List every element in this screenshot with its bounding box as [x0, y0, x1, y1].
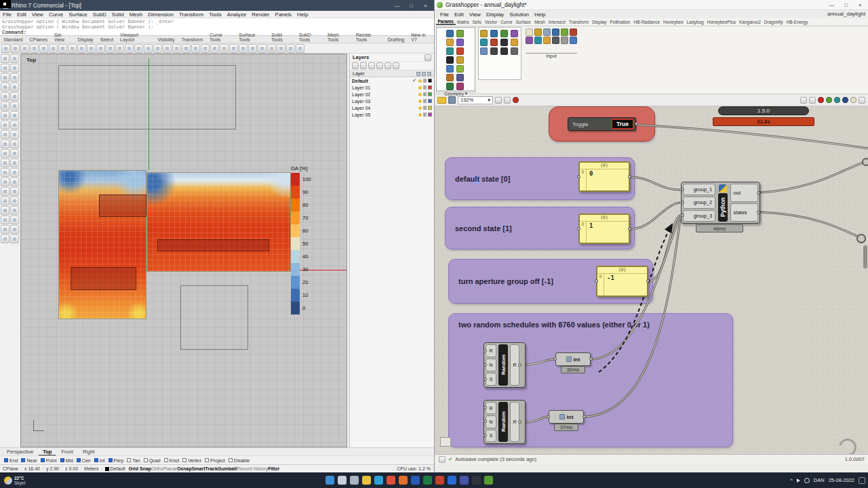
param-component-icon[interactable] [446, 30, 454, 37]
data-panel-aperture-off[interactable]: {0} 0-1 [596, 266, 648, 297]
toolbar-tab[interactable]: Transform [178, 37, 206, 43]
integer-component[interactable]: Int [549, 410, 584, 424]
language-indicator[interactable]: DAN [814, 477, 825, 483]
rhino-title-bar[interactable]: Rhino 7 Commercial - [Top] — □ × [0, 0, 434, 11]
random-input[interactable]: N [486, 359, 496, 371]
grasshopper-menu-item[interactable]: Solution [507, 12, 532, 18]
tray-expand-caret[interactable]: ^ [790, 477, 793, 483]
save-file-icon[interactable] [448, 96, 456, 104]
viewport-title[interactable]: Top [26, 57, 36, 63]
component-name[interactable]: Python [718, 193, 728, 222]
osnap-checkbox[interactable] [205, 458, 209, 462]
osnap-checkbox[interactable] [144, 458, 148, 462]
selection-filter-icon[interactable] [10, 54, 19, 63]
filter-layers-icon[interactable] [384, 62, 391, 69]
rhino-menu-item[interactable]: SubD [90, 12, 109, 18]
python-output[interactable]: states [730, 203, 758, 222]
rhino-menu-item[interactable]: Help [294, 12, 311, 18]
edge-tools-icon[interactable] [1, 225, 9, 234]
rhino-menu-item[interactable]: Render [249, 12, 272, 18]
preview-mode-icon[interactable] [504, 97, 511, 104]
input-component-icon[interactable] [561, 37, 568, 44]
rhino-menu-item[interactable]: Dimension [145, 12, 176, 18]
rhino-menu-item[interactable]: Tools [206, 12, 224, 18]
minimize-button[interactable]: — [391, 3, 403, 9]
osnap-checkbox[interactable] [164, 458, 168, 462]
layer-visibility-bulb-icon[interactable] [418, 100, 422, 103]
random-input[interactable]: N [486, 415, 496, 428]
component-name[interactable]: Random [498, 344, 508, 386]
param-component-icon[interactable] [490, 47, 498, 55]
rectangle-icon[interactable] [10, 92, 19, 101]
firefox-icon[interactable] [399, 476, 408, 485]
zoom-extents-icon[interactable] [229, 44, 238, 53]
param-component-icon[interactable] [500, 30, 508, 37]
layer-color-swatch[interactable] [428, 99, 432, 103]
distance-icon[interactable] [258, 44, 267, 53]
category-tab[interactable]: Maths [456, 20, 471, 24]
chrome-icon[interactable] [387, 476, 395, 485]
select-all-icon[interactable] [96, 44, 105, 53]
custom-preview-ball[interactable] [850, 97, 856, 103]
layer-visibility-bulb-icon[interactable] [418, 113, 422, 117]
extrude-curve-icon[interactable] [1, 187, 9, 196]
boolean-union-icon[interactable] [1, 149, 9, 158]
layer-visibility-bulb-icon[interactable] [418, 93, 422, 96]
input-nub[interactable] [484, 363, 487, 367]
input-component-icon[interactable] [570, 37, 577, 44]
osnap-toggle[interactable]: Quad [144, 458, 161, 463]
status-toggle[interactable]: Osnap [177, 466, 192, 471]
random-output[interactable]: R [510, 402, 519, 442]
input-component-icon[interactable] [543, 37, 551, 44]
close-button[interactable]: × [854, 2, 866, 8]
rhino-menu-item[interactable]: Analyze [224, 12, 249, 18]
status-toggle[interactable]: Ortho [151, 466, 163, 471]
loft-surface-icon[interactable] [1, 121, 9, 129]
record-dot-icon[interactable] [818, 97, 824, 103]
units-label[interactable]: Meters [81, 466, 102, 471]
osnap-toggle[interactable]: Point [41, 458, 57, 463]
input-component-icon[interactable] [534, 28, 542, 36]
category-tab[interactable]: Sets [471, 20, 483, 24]
layer-row[interactable]: Layer 04 [350, 104, 434, 111]
param-component-icon[interactable] [456, 56, 464, 64]
volume-icon[interactable] [797, 479, 800, 483]
osnap-checkbox[interactable] [60, 458, 64, 462]
viewport-tab[interactable]: Perspective [3, 449, 37, 455]
surface-plane-icon[interactable] [10, 111, 19, 120]
toggle-value[interactable]: True [611, 119, 634, 129]
toolbar-tab[interactable]: Solid Tools [268, 32, 295, 43]
quad-remesh-icon[interactable] [10, 235, 19, 243]
rotate-icon[interactable] [125, 44, 134, 53]
daylight-heatmap-left[interactable] [58, 170, 146, 319]
python-input[interactable]: group_2 [683, 197, 715, 208]
search-icon[interactable] [338, 476, 347, 485]
param-component-icon[interactable] [456, 30, 464, 37]
array-icon[interactable] [153, 44, 162, 53]
surface-from-curves-icon[interactable] [1, 178, 9, 186]
category-tab[interactable]: Dragonfly [762, 20, 785, 24]
maximize-button[interactable]: □ [840, 2, 852, 8]
redo-icon[interactable] [77, 44, 86, 53]
random-input[interactable]: R [486, 402, 496, 414]
zoom-window-icon[interactable] [239, 44, 248, 53]
toolbar-tab[interactable]: Surface Tools [235, 32, 268, 43]
layer-row[interactable]: Layer 05 [350, 111, 434, 118]
layer-visibility-bulb-icon[interactable] [418, 79, 422, 83]
output-nub[interactable] [628, 227, 631, 230]
toolbar-tab[interactable]: SubD Tools [296, 32, 324, 43]
rhino-menu-item[interactable]: Solid [109, 12, 127, 18]
layer-tools-icon[interactable] [393, 62, 399, 69]
cut-icon[interactable] [39, 44, 48, 53]
save-file-icon[interactable] [20, 44, 29, 53]
delete-layer-icon[interactable] [368, 62, 375, 69]
script-editor-icon[interactable] [277, 44, 285, 53]
layer-row[interactable]: Layer 03 [350, 98, 434, 104]
param-component-icon[interactable] [511, 39, 518, 46]
random-input[interactable]: S [486, 430, 496, 442]
param-component-icon[interactable] [456, 74, 464, 81]
layer-row[interactable]: Layer 02 [350, 91, 434, 98]
move-icon[interactable] [115, 44, 124, 53]
osnap-checkbox[interactable] [229, 458, 233, 462]
new-layer-icon[interactable] [352, 62, 359, 69]
